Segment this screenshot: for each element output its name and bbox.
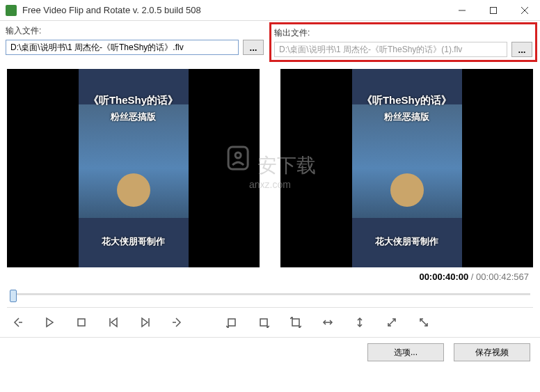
svg-marker-7 [47,318,53,327]
preview-overlay-subtitle: 粉丝恶搞版 [79,111,189,123]
seek-thumb[interactable] [10,290,17,302]
svg-rect-16 [292,319,299,326]
svg-marker-10 [111,318,117,327]
time-current: 00:00:40:00 [419,272,468,282]
preview-area: 《听TheShy的话》 粉丝恶搞版 花大侠朋哥制作 《听TheShy的话》 粉丝… [0,63,540,270]
preview-wrapper: 《听TheShy的话》 粉丝恶搞版 花大侠朋哥制作 《听TheShy的话》 粉丝… [0,63,540,270]
svg-rect-1 [490,7,496,13]
input-file-group: 输入文件: ... [6,25,264,55]
prev-frame-button[interactable] [10,315,25,330]
preview-overlay-title: 《听TheShy的话》 [352,94,462,107]
seek-row [0,283,540,307]
skip-start-button[interactable] [106,315,121,330]
rotate-180-button[interactable] [288,315,303,330]
rotate-ccw-button[interactable] [224,315,239,330]
svg-line-19 [388,319,395,326]
time-row: 00:00:40:00 / 00:00:42:567 [0,270,540,283]
preview-overlay-credit: 花大侠朋哥制作 [79,235,189,248]
input-file-label: 输入文件: [6,25,264,37]
window-titlebar: Free Video Flip and Rotate v. 2.0.5 buil… [0,0,540,21]
flip-vertical-button[interactable] [352,315,367,330]
playback-controls [10,315,185,330]
minimize-button[interactable] [446,0,477,21]
maximize-button[interactable] [477,0,509,21]
close-button[interactable] [509,0,540,21]
seek-bar[interactable] [10,288,530,300]
preview-overlay-subtitle: 粉丝恶搞版 [352,111,462,123]
preview-overlay-title: 《听TheShy的话》 [79,94,189,107]
output-file-field [274,42,507,57]
svg-rect-15 [260,319,267,326]
skip-end-button[interactable] [138,315,153,330]
window-controls [446,0,540,21]
controls-row [0,308,540,337]
input-file-field[interactable] [6,40,239,55]
output-browse-button[interactable]: ... [511,42,532,57]
input-preview-thumb: 《听TheShy的话》 粉丝恶搞版 花大侠朋哥制作 [79,69,189,267]
app-icon [6,5,17,16]
svg-marker-11 [142,318,148,327]
play-button[interactable] [42,315,57,330]
next-frame-button[interactable] [170,315,185,330]
stop-button[interactable] [74,315,89,330]
output-preview: 《听TheShy的话》 粉丝恶搞版 花大侠朋哥制作 [280,69,533,267]
window-title: Free Video Flip and Rotate v. 2.0.5 buil… [22,5,446,15]
rotate-cw-button[interactable] [256,315,271,330]
output-preview-thumb: 《听TheShy的话》 粉丝恶搞版 花大侠朋哥制作 [352,69,462,267]
save-video-button[interactable]: 保存视频 [454,343,530,361]
svg-line-20 [420,319,427,326]
preview-overlay-credit: 花大侠朋哥制作 [352,235,462,248]
file-row: 输入文件: ... 输出文件: ... [0,21,540,63]
flip-diagonal-tl-button[interactable] [384,315,399,330]
output-file-label: 输出文件: [274,27,532,39]
svg-rect-8 [78,319,85,326]
flip-horizontal-button[interactable] [320,315,335,330]
svg-rect-14 [228,319,235,326]
input-browse-button[interactable]: ... [243,40,264,55]
input-preview: 《听TheShy的话》 粉丝恶搞版 花大侠朋哥制作 [7,69,260,267]
output-file-group: 输出文件: ... [269,22,537,62]
options-button[interactable]: 选项... [367,343,444,361]
time-total: / 00:00:42:567 [471,272,529,282]
transform-controls [224,315,431,330]
flip-diagonal-tr-button[interactable] [416,315,431,330]
seek-track [10,293,530,295]
bottom-row: 选项... 保存视频 [0,337,540,367]
